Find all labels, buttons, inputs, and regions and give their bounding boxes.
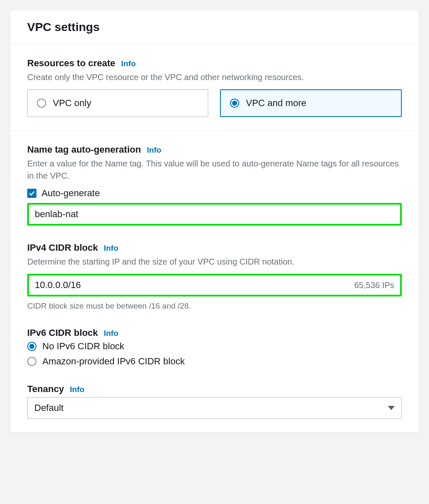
name-tag-input[interactable] [27,203,402,226]
ipv6-option-label: No IPv6 CIDR block [42,341,124,352]
name-tag-help: Enter a value for the Name tag. This val… [27,158,402,182]
auto-generate-label: Auto-generate [41,188,100,199]
panel-title: VPC settings [27,21,402,34]
resources-label: Resources to create [27,58,115,69]
ipv4-input-wrap: 65,536 IPs [27,274,402,296]
panel-header: VPC settings [10,10,419,44]
name-tag-label: Name tag auto-generation [27,144,141,155]
ipv4-ips-hint: 65,536 IPs [354,281,400,290]
tenancy-field: Tenancy Info Default [27,384,402,419]
radio-icon [230,99,239,108]
ipv4-label: IPv4 CIDR block [27,242,98,253]
chevron-down-icon [388,406,395,410]
radio-icon [27,342,36,351]
ipv4-cidr-input[interactable] [29,275,354,295]
resources-tiles: VPC only VPC and more [27,89,402,117]
radio-icon [37,99,46,108]
tenancy-select[interactable]: Default [27,397,402,419]
ipv4-field: IPv4 CIDR block Info Determine the start… [27,242,402,311]
ipv4-info-link[interactable]: Info [104,244,119,253]
tile-label: VPC and more [246,98,306,109]
tenancy-value: Default [34,403,64,413]
tenancy-label: Tenancy [27,384,64,395]
tile-vpc-only[interactable]: VPC only [27,89,208,117]
resources-section: Resources to create Info Create only the… [10,44,419,131]
radio-icon [27,357,36,366]
ipv6-option-label: Amazon-provided IPv6 CIDR block [42,356,185,367]
vpc-config-section: Name tag auto-generation Info Enter a va… [10,131,419,432]
ipv4-help: Determine the starting IP and the size o… [27,256,402,268]
ipv6-option-none[interactable]: No IPv6 CIDR block [27,341,402,352]
name-tag-info-link[interactable]: Info [147,145,161,155]
ipv6-field: IPv6 CIDR block Info No IPv6 CIDR block … [27,327,402,367]
resources-help: Create only the VPC resource or the VPC … [27,71,402,83]
resources-info-link[interactable]: Info [121,59,136,68]
vpc-settings-panel: VPC settings Resources to create Info Cr… [10,10,419,433]
ipv6-info-link[interactable]: Info [104,329,119,338]
ipv4-constraint: CIDR block size must be between /16 and … [27,301,402,311]
ipv6-label: IPv6 CIDR block [27,327,98,338]
ipv6-option-amazon[interactable]: Amazon-provided IPv6 CIDR block [27,356,402,367]
name-tag-field: Name tag auto-generation Info Enter a va… [27,144,402,226]
checkbox-icon [27,189,36,198]
tile-vpc-and-more[interactable]: VPC and more [220,89,402,117]
tenancy-info-link[interactable]: Info [70,385,85,394]
auto-generate-checkbox-row[interactable]: Auto-generate [27,188,402,199]
tile-label: VPC only [53,98,91,109]
